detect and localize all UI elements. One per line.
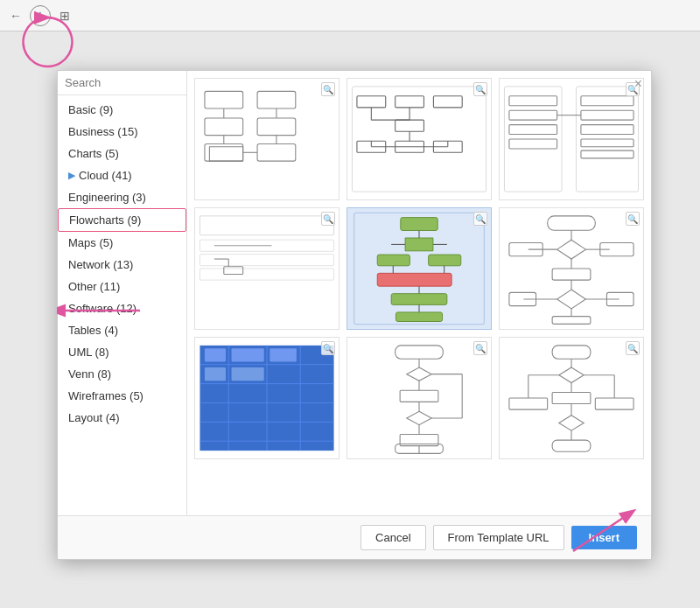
category-label: Venn (8) [68,367,111,381]
svg-rect-118 [595,398,634,409]
modal-body: 🔍 Basic (9)Business (15)Charts (5)▶Cloud… [58,71,651,515]
zoom-icon-1[interactable]: 🔍 [321,82,335,96]
svg-rect-30 [509,96,557,106]
zoom-icon-5[interactable]: 🔍 [473,212,487,226]
template-url-button[interactable]: From Template URL [433,525,564,550]
svg-rect-32 [509,125,557,135]
category-label: Network (13) [68,258,133,271]
category-label: Cloud (41) [79,169,132,182]
zoom-icon-6[interactable]: 🔍 [626,212,640,226]
svg-marker-65 [557,240,586,259]
svg-rect-92 [205,367,226,381]
svg-rect-122 [552,440,591,451]
category-item-layout[interactable]: Layout (4) [58,407,186,429]
template-cell-9[interactable]: 🔍 [499,337,644,459]
category-label: Charts (5) [68,147,119,160]
category-label: Software (12) [68,302,136,315]
svg-rect-35 [581,110,634,120]
svg-rect-60 [391,294,447,305]
category-label: Basic (9) [68,103,113,116]
svg-rect-42 [200,255,333,266]
svg-marker-120 [559,416,584,430]
category-item-cloud[interactable]: ▶Cloud (41) [58,164,186,186]
template-cell-8[interactable]: 🔍 [346,337,492,459]
template-cell-6[interactable]: 🔍 [499,207,644,330]
svg-rect-93 [232,367,264,381]
cancel-button[interactable]: Cancel [360,525,425,550]
svg-rect-33 [509,139,557,149]
category-label: Other (11) [68,280,120,293]
svg-rect-115 [509,398,548,409]
category-item-basic[interactable]: Basic (9) [58,99,186,121]
svg-rect-67 [552,269,591,280]
template-cell-1[interactable]: 🔍 [194,78,340,200]
svg-rect-56 [377,273,452,286]
category-item-uml[interactable]: UML (8) [58,341,186,363]
svg-marker-7 [209,147,242,161]
template-cell-5[interactable]: 🔍 [346,207,492,330]
modal-footer: Cancel From Template URL Insert [58,515,651,559]
svg-marker-51 [405,238,433,251]
svg-rect-19 [396,120,424,131]
svg-rect-89 [205,348,226,361]
close-button[interactable]: × [634,76,642,92]
category-list: Basic (9)Business (15)Charts (5)▶Cloud (… [58,95,186,515]
svg-rect-75 [552,317,591,325]
svg-rect-14 [396,96,424,108]
category-item-tables[interactable]: Tables (4) [58,319,186,341]
category-label: UML (8) [68,346,108,359]
category-item-other[interactable]: Other (11) [58,276,186,297]
svg-marker-100 [407,411,431,424]
svg-rect-49 [401,218,438,231]
category-item-maps[interactable]: Maps (5) [58,232,186,254]
svg-rect-54 [377,255,410,266]
category-item-wireframes[interactable]: Wireframes (5) [58,385,186,407]
template-content-area: 🔍 [187,71,651,515]
svg-rect-40 [200,216,333,235]
template-cell-7[interactable]: 🔍 [194,337,340,459]
template-cell-3[interactable]: 🔍 [499,78,644,200]
svg-rect-4 [257,118,296,136]
svg-rect-94 [396,346,444,359]
zoom-icon-8[interactable]: 🔍 [473,341,487,355]
svg-rect-8 [257,143,296,161]
category-item-flowcharts[interactable]: Flowcharts (9) [58,208,186,232]
svg-rect-1 [205,118,243,136]
svg-rect-108 [552,346,591,359]
zoom-icon-9[interactable]: 🔍 [626,341,640,355]
zoom-icon-7[interactable]: 🔍 [321,341,335,355]
svg-rect-13 [357,96,386,108]
add-button[interactable]: + [30,5,51,26]
category-item-venn[interactable]: Venn (8) [58,363,186,385]
svg-rect-34 [581,96,634,106]
cloud-icon: ▶ [68,170,75,181]
category-item-engineering[interactable]: Engineering (3) [58,186,186,208]
svg-rect-43 [200,269,333,280]
category-item-software[interactable]: Software (12) [58,297,186,319]
svg-rect-12 [352,87,486,192]
template-cell-2[interactable]: 🔍 [346,78,492,200]
sidebar: 🔍 Basic (9)Business (15)Charts (5)▶Cloud… [58,71,187,515]
category-item-charts[interactable]: Charts (5) [58,143,186,164]
svg-rect-91 [270,348,297,361]
zoom-icon-2[interactable]: 🔍 [473,82,487,96]
grid-icon[interactable]: ⊞ [56,7,74,24]
template-cell-4[interactable]: 🔍 [194,207,340,330]
category-label: Layout (4) [68,411,120,424]
svg-rect-62 [396,312,442,322]
search-box: 🔍 [58,71,186,95]
svg-rect-38 [581,150,634,158]
svg-rect-3 [257,91,296,108]
svg-rect-31 [509,110,557,120]
insert-button[interactable]: Insert [571,526,637,549]
svg-marker-73 [557,290,586,309]
svg-rect-112 [552,392,591,403]
category-item-network[interactable]: Network (13) [58,254,186,276]
template-grid: 🔍 [194,78,644,459]
category-item-business[interactable]: Business (15) [58,121,186,143]
modal-dialog: × 🔍 Basic (9)Business (15)Charts (5)▶Clo… [57,70,652,560]
category-label: Maps (5) [68,236,113,249]
zoom-icon-4[interactable]: 🔍 [321,212,335,226]
back-icon[interactable]: ← [7,7,24,24]
toolbar: ← + ⊞ [0,0,700,31]
